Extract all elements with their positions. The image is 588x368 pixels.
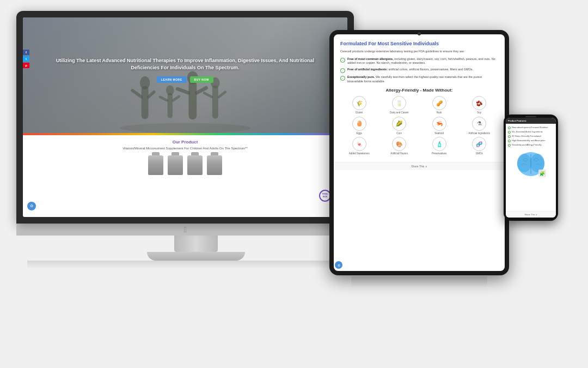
learn-more-button[interactable]: LEARN MORE (157, 76, 187, 83)
product-section: Our Product Vitamin/Mineral Micronutrien… (23, 135, 347, 182)
iphone-header: Product Features: (506, 118, 556, 124)
imac-reflection (27, 261, 365, 269)
imac-device: f t p Utilizing The Latest Advanced Nutr… (16, 11, 376, 327)
ipad-device: Formulated For Most Sensitive Individual… (329, 30, 509, 275)
ipad-check-1: Free of most common allergens, including… (340, 57, 498, 65)
svg-line-4 (149, 92, 154, 97)
allergen-preservatives: 🧴 Preservatives (420, 137, 458, 155)
soy-label: Soy (477, 111, 481, 114)
bottle-2 (168, 155, 183, 175)
twitter-icon[interactable]: t (23, 56, 29, 62)
corn-icon: 🌽 (392, 117, 406, 131)
allergen-gmos: 🧬 GMOs (461, 137, 499, 155)
artificial-icon: ⚗ (472, 117, 486, 131)
preservatives-label: Preservatives (432, 152, 446, 155)
ipad-check-3: Exceptionally pure. We carefully test th… (340, 75, 498, 83)
dairy-label: Dairy and Casein (390, 111, 409, 114)
ipad-share-bar[interactable]: Share This ∨ (334, 162, 505, 170)
ipad-content: Formulated For Most Sensitive Individual… (334, 34, 505, 162)
svg-line-15 (204, 93, 212, 96)
bottle-3 (187, 155, 203, 175)
hero-buttons: LEARN MORE BUY NOW (45, 76, 326, 83)
svg-line-16 (219, 92, 225, 97)
allergen-sweeteners: 🍬 Added Sweeteners (340, 137, 378, 155)
product-section-title: Our Product (34, 140, 336, 144)
allergen-grid: 🌾 Gluten 🥛 Dairy and Casein 🥜 Nuts (340, 96, 498, 155)
allergen-gluten: 🌾 Gluten (340, 96, 378, 114)
allergen-eggs: 🥚 Eggs (340, 117, 378, 135)
ipad-screen: Formulated For Most Sensitive Individual… (334, 34, 505, 271)
pinterest-icon[interactable]: p (23, 63, 29, 68)
social-sidebar: f t p (23, 50, 29, 68)
svg-line-11 (177, 89, 188, 93)
product-bottles (34, 153, 336, 177)
website-hero-section: f t p Utilizing The Latest Advanced Nutr… (23, 17, 347, 133)
iphone-screen: Product Features: ✓ Neurodevelopment-Foc… (506, 118, 556, 218)
hero-text-block: Utilizing The Latest Advanced Nutritiona… (23, 57, 347, 83)
iphone-device: Product Features: ✓ Neurodevelopment-Foc… (504, 114, 558, 221)
flavors-label: Artificial Flavors (390, 152, 408, 155)
allergen-corn: 🌽 Corn (381, 117, 419, 135)
soy-icon: 🫘 (472, 96, 486, 110)
svg-line-8 (173, 96, 179, 100)
seafood-label: Seafood (434, 132, 444, 135)
nuts-icon: 🥜 (432, 96, 446, 110)
feature-text-4: High Bioavailability and Absorption (512, 139, 545, 142)
ipad-bottom-icon[interactable]: ⚙ (335, 261, 342, 269)
sweeteners-label: Added Sweeteners (349, 152, 370, 155)
iphone-header-text: Product Features: (508, 119, 526, 122)
check-detail-2: artificial colors, artificial flavors, p… (389, 68, 474, 71)
check-text-1: Free of most common allergens, including… (347, 57, 498, 65)
iphone-share-bar[interactable]: Share This ∨ (506, 211, 556, 218)
feature-dot-2: ✓ (508, 131, 511, 134)
ipad-heading: Formulated For Most Sensitive Individual… (340, 41, 498, 46)
gluten-label: Gluten (356, 111, 363, 114)
check-bold-3: Exceptionally pure. (347, 75, 375, 79)
preservatives-icon: 🧴 (432, 137, 446, 151)
ipad-camera (418, 32, 421, 35)
corn-label: Corn (396, 132, 402, 135)
gmos-label: GMOs (476, 152, 483, 155)
check-bold-1: Free of most common allergens, (347, 57, 394, 61)
iphone-feature-1: ✓ Neurodevelopment-Focused Nutrition (508, 126, 554, 129)
iphone-feature-4: ✓ High Bioavailability and Absorption (508, 139, 554, 142)
allergen-dairy: 🥛 Dairy and Casein (381, 96, 419, 114)
iphone-feature-5: ✓ Sensitivity and Allergy-Friendly (508, 143, 554, 147)
buy-now-button[interactable]: BUY NOW (190, 76, 214, 83)
dairy-icon: 🥛 (392, 96, 406, 110)
allergen-soy: 🫘 Soy (461, 96, 499, 114)
iphone-frame: Product Features: ✓ Neurodevelopment-Foc… (504, 114, 558, 221)
ipad-allergy-title: Allergy-Friendly - Made Without: (340, 88, 498, 93)
feature-dot-3: ✓ (508, 135, 511, 138)
ipad-share-text: Share This ∨ (411, 165, 427, 168)
gmos-icon: 🧬 (472, 137, 486, 151)
svg-text:🧩: 🧩 (540, 171, 545, 176)
eggs-label: Eggs (357, 132, 362, 135)
feature-text-5: Sensitivity and Allergy-Friendly (512, 143, 541, 146)
feature-dot-5: ✓ (508, 144, 511, 147)
imac-stand-base (147, 252, 245, 261)
bottom-left-icon[interactable]: ⚙ (27, 202, 36, 210)
artificial-label: Artificial Ingredients (469, 132, 490, 135)
nuts-label: Nuts (437, 111, 442, 114)
hero-title: Utilizing The Latest Advanced Nutritiona… (45, 57, 326, 72)
svg-line-7 (160, 97, 167, 100)
iphone-feature-3: ✓ 20 Years Clinically Formulated (508, 135, 554, 138)
allergen-seafood: 🦐 Seafood (420, 117, 458, 135)
brain-illustration: 🧩 (514, 149, 547, 179)
imac-stand-neck (174, 236, 218, 252)
imac-screen-inner: f t p Utilizing The Latest Advanced Nutr… (23, 17, 347, 217)
facebook-icon[interactable]: f (23, 50, 29, 55)
ipad-reflection (351, 276, 487, 287)
svg-point-18 (517, 154, 531, 172)
imac-chin:  (16, 224, 354, 236)
feature-text-1: Neurodevelopment-Focused Nutrition (512, 126, 548, 129)
allergen-artificial: ⚗ Artificial Ingredients (461, 117, 499, 135)
product-subtitle: Vitamin/Mineral Micronutrient Supplement… (34, 147, 336, 150)
svg-point-19 (530, 154, 544, 172)
iphone-feature-2: ✓ 50+ Essential Active Ingredients (508, 130, 554, 134)
check-text-3: Exceptionally pure. We carefully test th… (347, 75, 498, 83)
feature-text-2: 50+ Essential Active Ingredients (512, 130, 543, 133)
iphone-share-text: Share This ∨ (524, 213, 537, 216)
feature-dot-1: ✓ (508, 126, 511, 129)
